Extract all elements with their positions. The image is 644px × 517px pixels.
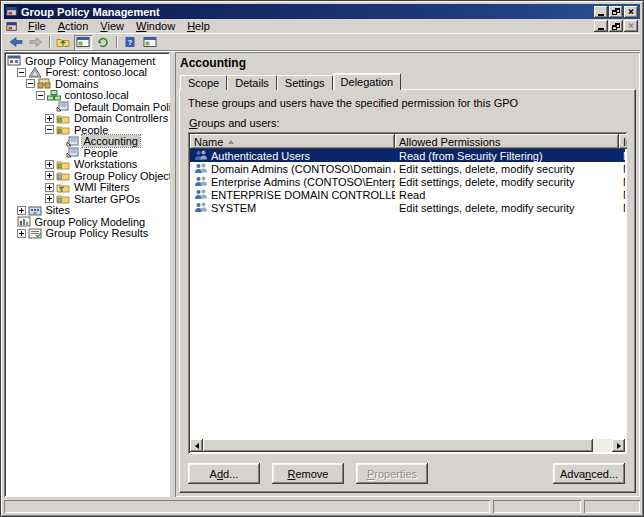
menu-file[interactable]: File xyxy=(22,19,52,33)
tree-item-contoso-local[interactable]: contoso.local xyxy=(7,90,169,101)
delegation-tab-page: These groups and users have the specifie… xyxy=(179,89,636,493)
tree-item-people[interactable]: People xyxy=(7,124,169,135)
collapse-box[interactable] xyxy=(17,68,26,77)
window-title: Group Policy Management xyxy=(21,6,594,18)
collapse-box[interactable] xyxy=(36,91,45,100)
toolbar-separator xyxy=(49,36,50,48)
forward-button[interactable] xyxy=(27,35,45,50)
tree-item-forest-contoso-local[interactable]: Forest: contoso.local xyxy=(7,67,169,78)
tree-item-group-policy-results[interactable]: Group Policy Results xyxy=(7,228,169,239)
console-window-icon xyxy=(6,21,18,32)
column-header-inherited[interactable]: Inherited xyxy=(619,134,627,149)
minimize-button[interactable] xyxy=(594,6,608,18)
refresh-button[interactable] xyxy=(94,35,112,50)
group-icon xyxy=(194,150,208,161)
tree-item-accounting[interactable]: Accounting xyxy=(7,136,169,147)
restore-button[interactable] xyxy=(609,20,623,32)
tree-item-sites[interactable]: Sites xyxy=(7,205,169,216)
permissions-list[interactable]: NameAllowed PermissionsInherited Authent… xyxy=(188,132,627,454)
show-action-pane-button[interactable] xyxy=(141,35,159,50)
restore-button[interactable] xyxy=(609,6,623,18)
toolbar-separator xyxy=(116,36,117,48)
tree-item-label: Starter GPOs xyxy=(72,193,142,205)
tree-item-group-policy-management[interactable]: Group Policy Management xyxy=(7,55,169,66)
tab-scope[interactable]: Scope xyxy=(180,75,227,90)
expand-box[interactable] xyxy=(45,114,54,123)
show-console-tree-button[interactable] xyxy=(74,35,92,50)
add-button[interactable]: Add... xyxy=(188,463,260,484)
results-pane: Accounting ScopeDetailsSettingsDelegatio… xyxy=(175,52,640,497)
domains-icon xyxy=(37,78,51,89)
properties-button[interactable]: Properties xyxy=(356,463,428,484)
allowed-permissions: Edit settings, delete, modify security xyxy=(395,202,619,214)
advanced-button[interactable]: Advanced... xyxy=(553,463,625,484)
list-header: NameAllowed PermissionsInherited xyxy=(190,134,625,149)
collapse-box[interactable] xyxy=(26,79,35,88)
permission-row-enterprise-admins-contoso-enterprise-adm[interactable]: Enterprise Admins (CONTOSO\Enterprise Ad… xyxy=(190,175,625,188)
tree-item-domain-controllers[interactable]: Domain Controllers xyxy=(7,113,169,124)
expand-box[interactable] xyxy=(17,206,26,215)
expand-box[interactable] xyxy=(45,183,54,192)
minimize-button[interactable] xyxy=(594,20,608,32)
menu-view[interactable]: View xyxy=(94,19,130,33)
tab-delegation[interactable]: Delegation xyxy=(333,73,402,90)
sort-ascending-icon xyxy=(228,140,234,144)
permission-row-authenticated-users[interactable]: Authenticated UsersRead (from Security F… xyxy=(190,149,625,162)
gpo-link-icon xyxy=(66,136,80,147)
tree-item-domains[interactable]: Domains xyxy=(7,78,169,89)
allowed-permissions: Edit settings, delete, modify security xyxy=(395,176,619,188)
help-button[interactable]: ? xyxy=(121,35,139,50)
close-button[interactable]: × xyxy=(624,6,638,18)
show-console-tree-icon xyxy=(76,36,90,48)
group-icon xyxy=(194,163,208,174)
up-one-level-button[interactable] xyxy=(54,35,72,50)
tab-settings[interactable]: Settings xyxy=(277,75,333,90)
close-button[interactable]: × xyxy=(624,20,638,32)
tab-details[interactable]: Details xyxy=(227,75,277,90)
show-action-pane-icon xyxy=(143,36,157,48)
app-icon xyxy=(6,6,18,17)
permission-row-system[interactable]: SYSTEMEdit settings, delete, modify secu… xyxy=(190,201,625,214)
group-name: Authenticated Users xyxy=(211,150,310,162)
tree-item-people[interactable]: People xyxy=(7,147,169,158)
tree-item-wmi-filters[interactable]: WMI Filters xyxy=(7,182,169,193)
remove-button[interactable]: Remove xyxy=(272,463,344,484)
menu-action[interactable]: Action xyxy=(52,19,95,33)
horizontal-scrollbar[interactable] xyxy=(190,439,625,452)
expand-box[interactable] xyxy=(45,194,54,203)
expand-box[interactable] xyxy=(17,229,26,238)
collapse-box[interactable] xyxy=(45,125,54,134)
tree-item-label: Group Policy Results xyxy=(44,227,151,239)
toolbar: ? xyxy=(4,34,640,51)
tree-item-label: Accounting xyxy=(82,135,140,147)
menu-help[interactable]: Help xyxy=(181,19,216,33)
permission-row-enterprise-domain-controllers[interactable]: ENTERPRISE DOMAIN CONTROLLERSReadNo xyxy=(190,188,625,201)
tree-item-group-policy-objects[interactable]: Group Policy Objects xyxy=(7,170,169,181)
svg-text:?: ? xyxy=(128,38,133,47)
tree-item-workstations[interactable]: Workstations xyxy=(7,159,169,170)
expand-box[interactable] xyxy=(45,160,54,169)
tree-item-label: People xyxy=(72,124,110,136)
column-header-name[interactable]: Name xyxy=(190,134,395,149)
scroll-right-button[interactable] xyxy=(612,439,625,452)
tree-item-group-policy-modeling[interactable]: Group Policy Modeling xyxy=(7,216,169,227)
status-section-3 xyxy=(584,500,640,513)
back-button[interactable] xyxy=(7,35,25,50)
domain-icon xyxy=(47,90,61,101)
allowed-permissions: Read xyxy=(395,189,619,201)
tree-item-label: People xyxy=(82,147,120,159)
scrollbar-thumb[interactable] xyxy=(203,439,593,452)
tree-item-starter-gpos[interactable]: Starter GPOs xyxy=(7,193,169,204)
permission-row-domain-admins-contoso-domain-admins-[interactable]: Domain Admins (CONTOSO\Domain Admins)Edi… xyxy=(190,162,625,175)
inherited-value: No xyxy=(619,176,625,188)
scroll-left-button[interactable] xyxy=(190,439,203,452)
tree-item-default-domain-policy[interactable]: Default Domain Policy xyxy=(7,101,169,112)
scrollbar-track[interactable] xyxy=(593,439,612,452)
expand-box[interactable] xyxy=(45,171,54,180)
column-header-allowed-permissions[interactable]: Allowed Permissions xyxy=(395,134,619,149)
console-tree-pane[interactable]: Group Policy ManagementForest: contoso.l… xyxy=(4,52,170,497)
title-bar[interactable]: Group Policy Management × xyxy=(4,4,640,19)
menu-window[interactable]: Window xyxy=(130,19,181,33)
results-icon xyxy=(28,228,42,239)
minimize-icon xyxy=(598,28,604,30)
